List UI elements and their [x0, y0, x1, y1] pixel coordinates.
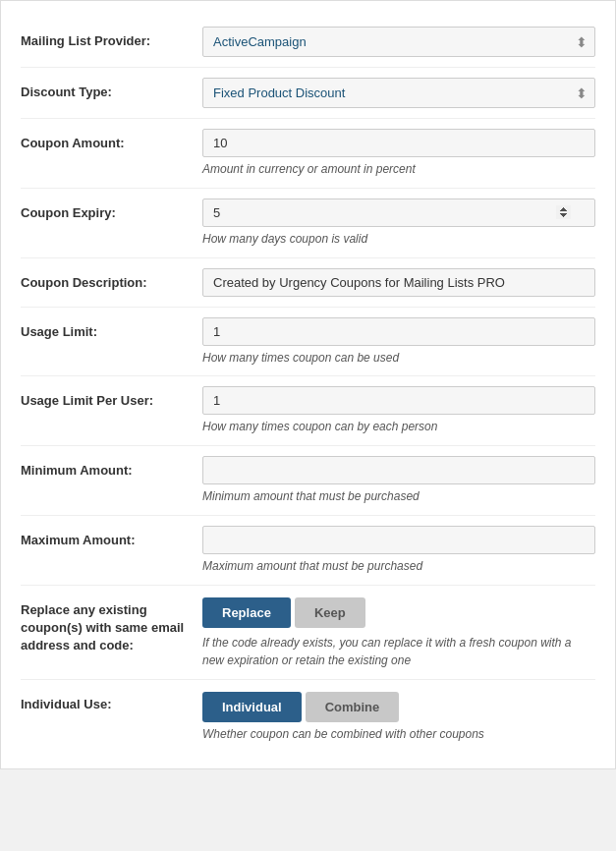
minimum-amount-input[interactable]	[202, 456, 595, 484]
discount-type-field: Fixed Product Discount Percentage Discou…	[202, 78, 595, 108]
maximum-amount-label: Maximum Amount:	[21, 526, 202, 549]
minimum-amount-field: Minimum amount that must be purchased	[202, 456, 595, 505]
individual-use-field: Individual Combine Whether coupon can be…	[202, 690, 595, 743]
usage-limit-input[interactable]	[202, 317, 595, 346]
discount-type-label: Discount Type:	[21, 78, 202, 101]
coupon-expiry-input[interactable]	[202, 199, 595, 227]
coupon-expiry-label: Coupon Expiry:	[21, 199, 202, 222]
discount-type-select-wrapper: Fixed Product Discount Percentage Discou…	[202, 78, 595, 108]
combine-button[interactable]: Combine	[306, 692, 400, 722]
usage-limit-per-user-input[interactable]	[202, 386, 595, 415]
minimum-amount-row: Minimum Amount: Minimum amount that must…	[21, 446, 595, 516]
coupon-description-input[interactable]	[202, 268, 595, 297]
replace-keep-btn-group: Replace Keep	[202, 597, 595, 628]
mailing-list-provider-label: Mailing List Provider:	[21, 27, 202, 50]
coupon-expiry-input-wrapper	[202, 199, 595, 227]
replace-button[interactable]: Replace	[202, 597, 291, 628]
discount-type-select[interactable]: Fixed Product Discount Percentage Discou…	[202, 78, 595, 108]
usage-limit-label: Usage Limit:	[21, 317, 202, 341]
maximum-amount-field: Maximum amount that must be purchased	[202, 526, 595, 575]
usage-limit-per-user-label: Usage Limit Per User:	[21, 386, 202, 410]
coupon-description-row: Coupon Description:	[21, 258, 595, 308]
coupon-description-label: Coupon Description:	[21, 268, 202, 292]
usage-limit-field: How many times coupon can be used	[202, 317, 595, 367]
keep-button[interactable]: Keep	[295, 597, 365, 628]
individual-button[interactable]: Individual	[202, 692, 302, 722]
individual-use-hint: Whether coupon can be combined with othe…	[202, 726, 595, 743]
usage-limit-hint: How many times coupon can be used	[202, 350, 595, 367]
mailing-list-provider-row: Mailing List Provider: ActiveCampaign Ma…	[21, 17, 595, 68]
replace-existing-label: Replace any existing coupon(s) with same…	[21, 596, 202, 655]
coupon-description-field	[202, 268, 595, 297]
mailing-list-provider-field: ActiveCampaign MailChimp AWeber GetRespo…	[202, 27, 595, 57]
individual-combine-btn-group: Individual Combine	[202, 692, 595, 722]
coupon-amount-row: Coupon Amount: Amount in currency or amo…	[21, 119, 595, 189]
usage-limit-per-user-field: How many times coupon can by each person	[202, 386, 595, 435]
mailing-list-provider-select-wrapper: ActiveCampaign MailChimp AWeber GetRespo…	[202, 27, 595, 57]
coupon-expiry-field: How many days coupon is valid	[202, 199, 595, 248]
replace-existing-hint: If the code already exists, you can repl…	[202, 634, 595, 669]
maximum-amount-row: Maximum Amount: Maximum amount that must…	[21, 516, 595, 586]
minimum-amount-label: Minimum Amount:	[21, 456, 202, 480]
coupon-expiry-hint: How many days coupon is valid	[202, 231, 595, 248]
maximum-amount-input[interactable]	[202, 526, 595, 554]
settings-form: Mailing List Provider: ActiveCampaign Ma…	[0, 0, 616, 769]
maximum-amount-hint: Maximum amount that must be purchased	[202, 558, 595, 575]
mailing-list-provider-select[interactable]: ActiveCampaign MailChimp AWeber GetRespo…	[202, 27, 595, 57]
minimum-amount-hint: Minimum amount that must be purchased	[202, 488, 595, 505]
coupon-amount-field: Amount in currency or amount in percent	[202, 129, 595, 178]
individual-use-row: Individual Use: Individual Combine Wheth…	[21, 680, 595, 753]
coupon-amount-input[interactable]	[202, 129, 595, 157]
replace-existing-field: Replace Keep If the code already exists,…	[202, 596, 595, 669]
coupon-expiry-row: Coupon Expiry: How many days coupon is v…	[21, 189, 595, 258]
coupon-amount-hint: Amount in currency or amount in percent	[202, 161, 595, 178]
discount-type-row: Discount Type: Fixed Product Discount Pe…	[21, 68, 595, 119]
usage-limit-row: Usage Limit: How many times coupon can b…	[21, 308, 595, 377]
individual-use-label: Individual Use:	[21, 690, 202, 713]
usage-limit-per-user-hint: How many times coupon can by each person	[202, 419, 595, 435]
coupon-amount-label: Coupon Amount:	[21, 129, 202, 152]
usage-limit-per-user-row: Usage Limit Per User: How many times cou…	[21, 376, 595, 446]
replace-existing-row: Replace any existing coupon(s) with same…	[21, 586, 595, 680]
